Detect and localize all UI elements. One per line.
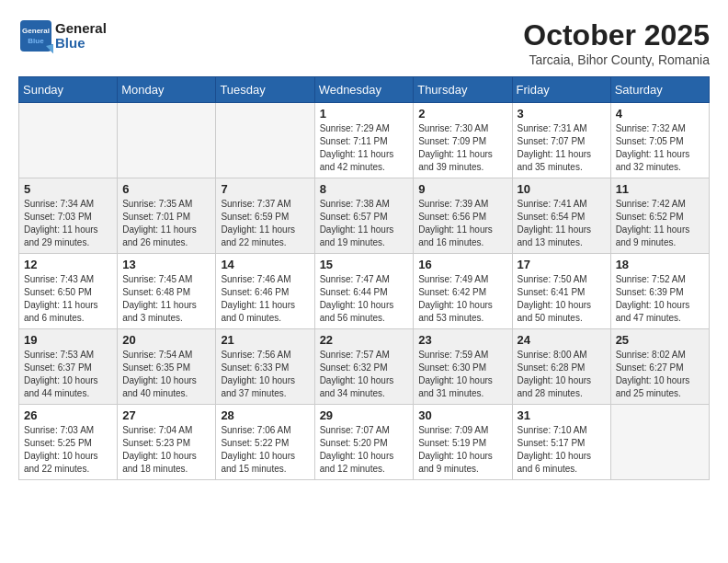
month-title: October 2025 [523,18,710,52]
calendar-cell [118,103,216,178]
calendar-cell [19,103,118,178]
calendar-cell: 31Sunrise: 7:10 AM Sunset: 5:17 PM Dayli… [512,405,610,480]
day-number: 11 [616,182,704,196]
day-number: 15 [320,258,409,271]
day-number: 10 [518,182,606,196]
title-area: October 2025 Tarcaia, Bihor County, Roma… [523,18,710,67]
weekday-header-monday: Monday [118,77,216,103]
day-number: 21 [221,333,309,347]
calendar-cell: 16Sunrise: 7:49 AM Sunset: 6:42 PM Dayli… [414,254,512,329]
calendar-week-1: 1Sunrise: 7:29 AM Sunset: 7:11 PM Daylig… [19,103,710,178]
calendar-cell: 19Sunrise: 7:53 AM Sunset: 6:37 PM Dayli… [19,329,118,405]
day-number: 8 [320,182,409,196]
logo-general-text: General [55,21,107,37]
day-info: Sunrise: 7:32 AM Sunset: 7:05 PM Dayligh… [616,122,704,174]
calendar-cell: 22Sunrise: 7:57 AM Sunset: 6:32 PM Dayli… [314,329,414,405]
calendar-cell: 23Sunrise: 7:59 AM Sunset: 6:30 PM Dayli… [414,329,512,405]
calendar-cell: 10Sunrise: 7:41 AM Sunset: 6:54 PM Dayli… [512,178,610,254]
day-number: 26 [24,408,112,422]
day-info: Sunrise: 7:54 AM Sunset: 6:35 PM Dayligh… [122,349,210,400]
calendar-cell: 7Sunrise: 7:37 AM Sunset: 6:59 PM Daylig… [216,178,314,254]
calendar-table: SundayMondayTuesdayWednesdayThursdayFrid… [18,76,710,480]
day-number: 24 [518,333,606,347]
day-info: Sunrise: 7:31 AM Sunset: 7:07 PM Dayligh… [518,122,606,174]
day-info: Sunrise: 7:39 AM Sunset: 6:56 PM Dayligh… [418,198,506,249]
day-number: 1 [320,107,409,121]
day-number: 9 [418,182,506,196]
calendar-cell: 15Sunrise: 7:47 AM Sunset: 6:44 PM Dayli… [314,254,414,329]
calendar-cell: 17Sunrise: 7:50 AM Sunset: 6:41 PM Dayli… [512,254,610,329]
calendar-week-3: 12Sunrise: 7:43 AM Sunset: 6:50 PM Dayli… [19,254,710,329]
day-info: Sunrise: 7:42 AM Sunset: 6:52 PM Dayligh… [616,198,704,249]
day-number: 7 [221,182,309,196]
calendar-cell: 18Sunrise: 7:52 AM Sunset: 6:39 PM Dayli… [610,254,709,329]
weekday-header-saturday: Saturday [610,77,709,103]
day-info: Sunrise: 7:29 AM Sunset: 7:11 PM Dayligh… [320,122,409,174]
day-info: Sunrise: 7:04 AM Sunset: 5:23 PM Dayligh… [122,424,210,476]
page-header: General Blue General Blue October 2025 T… [18,18,710,67]
day-number: 18 [616,258,704,271]
svg-text:Blue: Blue [28,37,44,45]
day-number: 13 [122,258,210,271]
calendar-cell: 29Sunrise: 7:07 AM Sunset: 5:20 PM Dayli… [314,405,414,480]
day-number: 25 [616,333,704,347]
day-number: 20 [122,333,210,347]
day-info: Sunrise: 7:57 AM Sunset: 6:32 PM Dayligh… [320,349,409,400]
day-info: Sunrise: 7:49 AM Sunset: 6:42 PM Dayligh… [418,273,506,325]
day-number: 14 [221,258,309,271]
logo-icon: General Blue [18,18,53,53]
day-info: Sunrise: 7:09 AM Sunset: 5:19 PM Dayligh… [418,424,506,476]
day-info: Sunrise: 7:35 AM Sunset: 7:01 PM Dayligh… [122,198,210,249]
calendar-cell: 9Sunrise: 7:39 AM Sunset: 6:56 PM Daylig… [414,178,512,254]
calendar-cell: 21Sunrise: 7:56 AM Sunset: 6:33 PM Dayli… [216,329,314,405]
day-info: Sunrise: 7:53 AM Sunset: 6:37 PM Dayligh… [24,349,112,400]
day-number: 4 [616,107,704,121]
day-number: 12 [24,258,112,271]
day-number: 16 [418,258,506,271]
logo-blue-text: Blue [55,36,107,52]
calendar-cell: 1Sunrise: 7:29 AM Sunset: 7:11 PM Daylig… [314,103,414,178]
day-info: Sunrise: 7:10 AM Sunset: 5:17 PM Dayligh… [518,424,606,476]
day-info: Sunrise: 7:38 AM Sunset: 6:57 PM Dayligh… [320,198,409,249]
weekday-header-tuesday: Tuesday [216,77,314,103]
weekday-header-thursday: Thursday [414,77,512,103]
calendar-cell: 2Sunrise: 7:30 AM Sunset: 7:09 PM Daylig… [414,103,512,178]
calendar-week-5: 26Sunrise: 7:03 AM Sunset: 5:25 PM Dayli… [19,405,710,480]
day-number: 5 [24,182,112,196]
calendar-cell [216,103,314,178]
day-info: Sunrise: 7:46 AM Sunset: 6:46 PM Dayligh… [221,273,309,325]
calendar-cell: 27Sunrise: 7:04 AM Sunset: 5:23 PM Dayli… [118,405,216,480]
day-number: 29 [320,408,409,422]
day-info: Sunrise: 8:00 AM Sunset: 6:28 PM Dayligh… [518,349,606,400]
calendar-cell: 28Sunrise: 7:06 AM Sunset: 5:22 PM Dayli… [216,405,314,480]
location-subtitle: Tarcaia, Bihor County, Romania [523,52,710,67]
calendar-cell: 14Sunrise: 7:46 AM Sunset: 6:46 PM Dayli… [216,254,314,329]
calendar-cell: 26Sunrise: 7:03 AM Sunset: 5:25 PM Dayli… [19,405,118,480]
day-number: 28 [221,408,309,422]
calendar-cell: 8Sunrise: 7:38 AM Sunset: 6:57 PM Daylig… [314,178,414,254]
calendar-cell: 12Sunrise: 7:43 AM Sunset: 6:50 PM Dayli… [19,254,118,329]
day-number: 22 [320,333,409,347]
calendar-week-4: 19Sunrise: 7:53 AM Sunset: 6:37 PM Dayli… [19,329,710,405]
day-info: Sunrise: 7:56 AM Sunset: 6:33 PM Dayligh… [221,349,309,400]
day-info: Sunrise: 8:02 AM Sunset: 6:27 PM Dayligh… [616,349,704,400]
day-info: Sunrise: 7:37 AM Sunset: 6:59 PM Dayligh… [221,198,309,249]
calendar-cell: 11Sunrise: 7:42 AM Sunset: 6:52 PM Dayli… [610,178,709,254]
day-info: Sunrise: 7:43 AM Sunset: 6:50 PM Dayligh… [24,273,112,325]
day-info: Sunrise: 7:30 AM Sunset: 7:09 PM Dayligh… [418,122,506,174]
calendar-cell: 3Sunrise: 7:31 AM Sunset: 7:07 PM Daylig… [512,103,610,178]
svg-text:General: General [22,27,50,35]
calendar-cell: 25Sunrise: 8:02 AM Sunset: 6:27 PM Dayli… [610,329,709,405]
calendar-cell: 20Sunrise: 7:54 AM Sunset: 6:35 PM Dayli… [118,329,216,405]
weekday-header-friday: Friday [512,77,610,103]
day-number: 27 [122,408,210,422]
day-info: Sunrise: 7:52 AM Sunset: 6:39 PM Dayligh… [616,273,704,325]
day-number: 3 [518,107,606,121]
calendar-cell: 13Sunrise: 7:45 AM Sunset: 6:48 PM Dayli… [118,254,216,329]
day-info: Sunrise: 7:34 AM Sunset: 7:03 PM Dayligh… [24,198,112,249]
day-info: Sunrise: 7:07 AM Sunset: 5:20 PM Dayligh… [320,424,409,476]
day-info: Sunrise: 7:03 AM Sunset: 5:25 PM Dayligh… [24,424,112,476]
day-info: Sunrise: 7:45 AM Sunset: 6:48 PM Dayligh… [122,273,210,325]
calendar-cell: 5Sunrise: 7:34 AM Sunset: 7:03 PM Daylig… [19,178,118,254]
day-number: 23 [418,333,506,347]
